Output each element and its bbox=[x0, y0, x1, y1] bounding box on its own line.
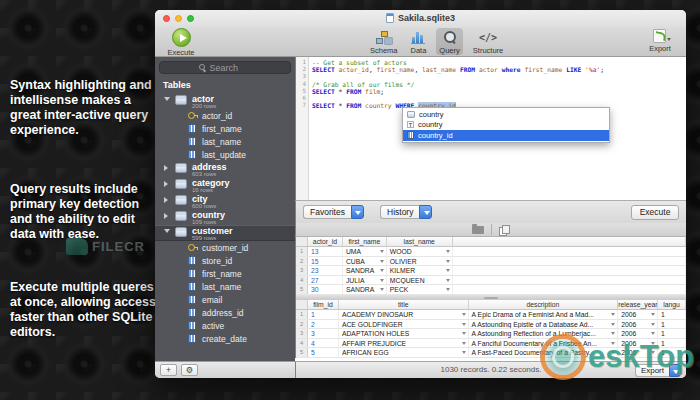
sidebar-item-actor[interactable]: actor200 rows bbox=[155, 93, 295, 109]
result-cell[interactable]: ADAPTATION HOLES bbox=[339, 329, 469, 338]
chevron-right-icon[interactable] bbox=[164, 213, 168, 219]
history-chevron-down-icon[interactable] bbox=[419, 205, 432, 219]
add-table-button[interactable]: + bbox=[160, 364, 177, 376]
sql-code[interactable]: -- Get a subset of actorsSELECT actor_id… bbox=[312, 59, 686, 109]
result-cell[interactable]: OLIVIER bbox=[387, 257, 453, 266]
column-header-last_name[interactable]: last_name bbox=[387, 237, 453, 246]
cell-dropdown-icon[interactable] bbox=[446, 288, 450, 291]
code-line[interactable]: /* Grab all of our films */ bbox=[312, 81, 686, 88]
result-cell[interactable] bbox=[453, 266, 686, 275]
sidebar-item-city[interactable]: city600 rows bbox=[155, 193, 295, 209]
sidebar-column-active[interactable]: active bbox=[155, 319, 295, 332]
cell-dropdown-icon[interactable] bbox=[462, 342, 466, 345]
sidebar-item-country[interactable]: country109 rows bbox=[155, 209, 295, 225]
table-row[interactable]: 427JULIAMCQUEEN bbox=[296, 276, 686, 286]
chevron-right-icon[interactable] bbox=[164, 197, 168, 203]
cell-dropdown-icon[interactable] bbox=[651, 323, 655, 326]
result-cell[interactable]: 1 bbox=[658, 310, 686, 319]
column-header-actor_id[interactable]: actor_id bbox=[308, 237, 343, 246]
cell-dropdown-icon[interactable] bbox=[611, 313, 615, 316]
result-cell[interactable]: 4 bbox=[308, 339, 339, 348]
cell-dropdown-icon[interactable] bbox=[380, 269, 384, 272]
table-row[interactable]: 215CUBAOLIVIER bbox=[296, 257, 686, 267]
cell-dropdown-icon[interactable] bbox=[446, 260, 450, 263]
result-cell[interactable]: AFFAIR PREJUDICE bbox=[339, 339, 469, 348]
column-header-first_name[interactable]: first_name bbox=[343, 237, 387, 246]
result-cell[interactable]: PECK bbox=[387, 285, 453, 294]
result-cell[interactable]: 3 bbox=[308, 329, 339, 338]
column-header-blank[interactable] bbox=[453, 237, 686, 246]
cell-dropdown-icon[interactable] bbox=[651, 313, 655, 316]
column-header-description[interactable]: description bbox=[469, 300, 619, 309]
sidebar-column-last_name[interactable]: last_name bbox=[155, 135, 295, 148]
column-header-release_year[interactable]: release_year bbox=[618, 300, 658, 309]
result-cell[interactable]: KILMER bbox=[387, 266, 453, 275]
cell-dropdown-icon[interactable] bbox=[446, 279, 450, 282]
sidebar-column-first_name[interactable]: first_name bbox=[155, 122, 295, 135]
gear-button[interactable]: ⚙ bbox=[181, 364, 198, 376]
code-line[interactable]: -- Get a subset of actors bbox=[312, 59, 686, 66]
sidebar-column-last_update[interactable]: last_update bbox=[155, 148, 295, 161]
chevron-right-icon[interactable] bbox=[164, 165, 168, 171]
column-header-langu[interactable]: langu bbox=[658, 300, 686, 309]
tab-query[interactable]: Query bbox=[436, 28, 462, 55]
cell-dropdown-icon[interactable] bbox=[446, 250, 450, 253]
result-cell[interactable]: 2 bbox=[308, 320, 339, 329]
sidebar-column-customer_id[interactable]: customer_id bbox=[155, 241, 295, 254]
search-input[interactable] bbox=[210, 63, 252, 73]
play-icon[interactable] bbox=[172, 28, 191, 47]
sidebar-column-email[interactable]: email bbox=[155, 293, 295, 306]
folder-icon[interactable] bbox=[472, 226, 484, 234]
sidebar-item-customer[interactable]: customer599 rows bbox=[155, 225, 295, 241]
result-cell[interactable]: MCQUEEN bbox=[387, 276, 453, 285]
result-cell[interactable]: UMA bbox=[343, 247, 387, 256]
autocomplete-item-country_id[interactable]: country_id bbox=[403, 130, 609, 141]
tab-data[interactable]: Data bbox=[408, 28, 430, 55]
result-cell[interactable] bbox=[453, 257, 686, 266]
title-bar[interactable]: Sakila.sqlite3 bbox=[155, 10, 686, 27]
table-row[interactable]: 323SANDRAKILMER bbox=[296, 266, 686, 276]
search-field[interactable] bbox=[159, 61, 291, 74]
result-cell[interactable]: ACADEMY DINOSAUR bbox=[339, 310, 469, 319]
export-icon[interactable] bbox=[651, 28, 669, 43]
favorites-chevron-down-icon[interactable] bbox=[351, 205, 364, 219]
sidebar-item-category[interactable]: category16 rows bbox=[155, 177, 295, 193]
result-cell[interactable]: CUBA bbox=[343, 257, 387, 266]
cell-dropdown-icon[interactable] bbox=[380, 260, 384, 263]
table-row[interactable]: 11ACADEMY DINOSAURA Epic Drama of a Femi… bbox=[296, 310, 686, 320]
chevron-right-icon[interactable] bbox=[164, 181, 168, 187]
chevron-down-icon[interactable] bbox=[164, 229, 170, 233]
result-cell[interactable]: SANDRA bbox=[343, 285, 387, 294]
result-cell[interactable]: A Astounding Epistle of a Database Ad... bbox=[469, 320, 619, 329]
table-row[interactable]: 530SANDRAPECK bbox=[296, 285, 686, 295]
cell-dropdown-icon[interactable] bbox=[611, 323, 615, 326]
column-header-title[interactable]: title bbox=[339, 300, 469, 309]
result-cell[interactable] bbox=[453, 276, 686, 285]
result-cell[interactable]: 2006 bbox=[618, 320, 658, 329]
cell-dropdown-icon[interactable] bbox=[462, 351, 466, 354]
result-cell[interactable] bbox=[453, 247, 686, 256]
result-cell[interactable]: 2006 bbox=[618, 310, 658, 319]
code-line[interactable] bbox=[312, 73, 686, 80]
code-line[interactable]: SELECT * FROM film; bbox=[312, 88, 686, 95]
table-row[interactable]: 113UMAWOOD bbox=[296, 247, 686, 257]
sidebar-column-last_name[interactable]: last_name bbox=[155, 280, 295, 293]
result-cell[interactable]: AFRICAN EGG bbox=[339, 348, 469, 357]
chevron-down-icon[interactable] bbox=[164, 97, 170, 101]
result-cell[interactable]: 5 bbox=[308, 348, 339, 357]
result-cell[interactable]: 30 bbox=[308, 285, 343, 294]
result-cell[interactable]: 23 bbox=[308, 266, 343, 275]
cell-dropdown-icon[interactable] bbox=[462, 332, 466, 335]
cell-dropdown-icon[interactable] bbox=[380, 288, 384, 291]
sidebar-column-actor_id[interactable]: actor_id bbox=[155, 109, 295, 122]
result-cell[interactable]: WOOD bbox=[387, 247, 453, 256]
sidebar-column-create_date[interactable]: create_date bbox=[155, 332, 295, 345]
cell-dropdown-icon[interactable] bbox=[462, 323, 466, 326]
cell-dropdown-icon[interactable] bbox=[380, 250, 384, 253]
sidebar-item-address[interactable]: address603 rows bbox=[155, 161, 295, 177]
autocomplete-item-country[interactable]: country bbox=[403, 109, 609, 120]
cell-dropdown-icon[interactable] bbox=[380, 279, 384, 282]
code-line[interactable] bbox=[312, 95, 686, 102]
copy-icon[interactable] bbox=[499, 225, 510, 234]
table-row[interactable]: 22ACE GOLDFINGERA Astounding Epistle of … bbox=[296, 320, 686, 330]
